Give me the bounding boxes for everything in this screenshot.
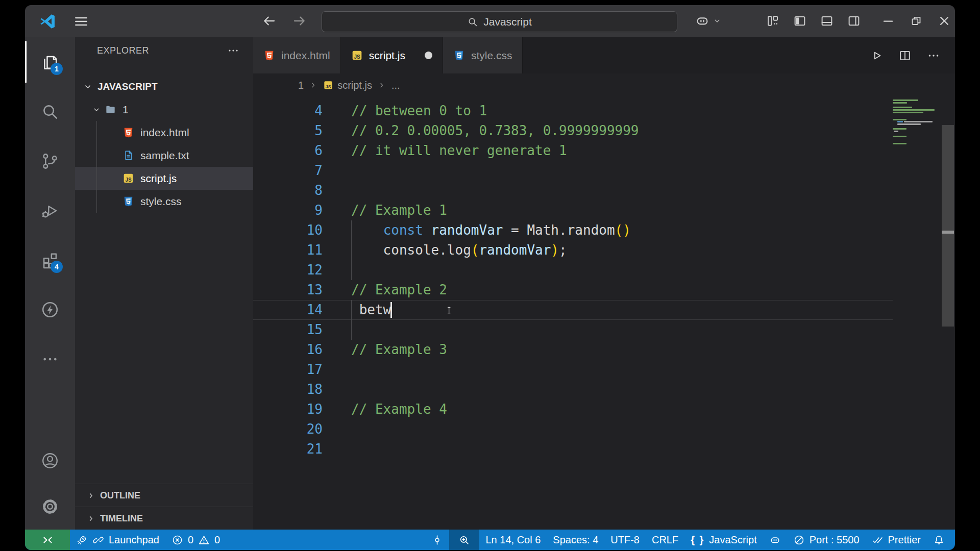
activity-bar-spacer bbox=[25, 384, 75, 438]
status-prettier[interactable]: Prettier bbox=[866, 530, 927, 550]
file-tree: 1index.htmlsample.txtJSscript.jsstyle.cs… bbox=[75, 98, 253, 213]
editor-group: index.htmlJSscript.jsstyle.css 1JSscript… bbox=[253, 37, 955, 530]
js-icon: JS bbox=[351, 49, 363, 61]
search-input[interactable]: Javascript bbox=[322, 11, 677, 32]
activity-bar-more-actions[interactable] bbox=[25, 334, 75, 384]
sidebar-more-actions-icon[interactable] bbox=[227, 44, 240, 57]
back-icon[interactable] bbox=[261, 13, 277, 29]
forward-icon[interactable] bbox=[291, 13, 308, 29]
status-cursor-position[interactable]: Ln 14, Col 6 bbox=[479, 530, 547, 550]
code-line-20[interactable]: 20 bbox=[253, 419, 893, 439]
status-eol[interactable]: CRLF bbox=[646, 530, 684, 550]
breadcrumb-item[interactable]: JSscript.js bbox=[323, 80, 372, 91]
js-icon: JS bbox=[323, 80, 333, 90]
breadcrumb-item[interactable]: ... bbox=[391, 80, 400, 91]
activity-bar-extensions[interactable]: 4 bbox=[25, 235, 75, 285]
status-label: Prettier bbox=[888, 534, 921, 546]
folder-1[interactable]: 1 bbox=[75, 98, 253, 121]
minimize-icon[interactable] bbox=[880, 13, 896, 29]
code-line-8[interactable]: 8 bbox=[253, 181, 893, 201]
code-text: // it will never generate 1 bbox=[323, 141, 567, 161]
chevron-down-icon bbox=[82, 81, 93, 92]
line-number: 6 bbox=[253, 141, 323, 161]
activity-bar-accounts[interactable] bbox=[25, 438, 75, 484]
file-sample.txt[interactable]: sample.txt bbox=[75, 144, 253, 167]
tree-item-label: sample.txt bbox=[140, 149, 189, 162]
code-line-18[interactable]: 18 bbox=[253, 380, 893, 399]
status-port[interactable]: Port : 5500 bbox=[787, 530, 866, 550]
breadcrumb-label: ... bbox=[391, 80, 400, 91]
status-encoding[interactable]: UTF-8 bbox=[604, 530, 646, 550]
sidebar-panel-timeline[interactable]: TIMELINE bbox=[75, 507, 253, 530]
code-text bbox=[323, 181, 351, 201]
layout-controls bbox=[765, 13, 862, 29]
code-line-9[interactable]: 9// Example 1 bbox=[253, 201, 893, 220]
status-notifications[interactable] bbox=[927, 530, 955, 550]
toggle-secondary-sidebar-icon[interactable] bbox=[846, 13, 862, 29]
tab-script.js[interactable]: JSscript.js bbox=[341, 37, 443, 73]
sidebar-panel-outline[interactable]: OUTLINE bbox=[75, 484, 253, 507]
code-line-21[interactable]: 21 bbox=[253, 439, 893, 459]
activity-bar-thunder-client[interactable] bbox=[25, 285, 75, 334]
code-line-14[interactable]: 14 betw bbox=[253, 300, 893, 320]
tab-index.html[interactable]: index.html bbox=[253, 37, 341, 73]
chevron-right-icon bbox=[309, 81, 318, 90]
breadcrumb-item[interactable]: 1 bbox=[298, 80, 304, 91]
tree-item-label: index.html bbox=[140, 127, 189, 139]
code-text: console.log(randomVar); bbox=[323, 240, 567, 260]
chevron-right-icon bbox=[86, 514, 96, 523]
status-language[interactable]: { }JavaScript bbox=[684, 530, 763, 550]
status-copilot[interactable] bbox=[763, 530, 787, 550]
line-number: 21 bbox=[253, 439, 323, 459]
file-style.css[interactable]: style.css bbox=[75, 190, 253, 213]
workspace-section[interactable]: JAVASCRIPT bbox=[75, 76, 253, 98]
code-line-7[interactable]: 7 bbox=[253, 161, 893, 181]
vertical-scrollbar[interactable] bbox=[941, 97, 955, 530]
code-text: // 0.2 0.00005, 0.7383, 0.9999999999 bbox=[323, 121, 639, 141]
split-editor-icon[interactable] bbox=[898, 48, 912, 63]
code-line-13[interactable]: 13// Example 2 bbox=[253, 280, 893, 300]
code-line-11[interactable]: 11 console.log(randomVar); bbox=[253, 240, 893, 260]
status-label: Port : 5500 bbox=[810, 534, 860, 546]
minimap[interactable] bbox=[893, 99, 936, 530]
code-line-10[interactable]: 10 const randomVar = Math.random() bbox=[253, 220, 893, 240]
code-editor[interactable]: 4// between 0 to 15// 0.2 0.00005, 0.738… bbox=[253, 97, 955, 530]
scrollbar-thumb[interactable] bbox=[942, 125, 954, 327]
customize-layout-icon[interactable] bbox=[765, 13, 780, 29]
file-script.js[interactable]: JSscript.js bbox=[75, 167, 253, 190]
copilot-icon bbox=[695, 13, 710, 29]
code-line-19[interactable]: 19// Example 4 bbox=[253, 399, 893, 419]
status-zoom[interactable] bbox=[449, 530, 479, 550]
restore-icon[interactable] bbox=[909, 13, 924, 29]
search-icon bbox=[40, 102, 60, 121]
code-line-4[interactable]: 4// between 0 to 1 bbox=[253, 101, 893, 121]
file-index.html[interactable]: index.html bbox=[75, 121, 253, 144]
status-commit[interactable] bbox=[425, 530, 449, 550]
tab-style.css[interactable]: style.css bbox=[443, 37, 523, 73]
status-remote[interactable] bbox=[25, 530, 70, 550]
status-launchpad[interactable]: Launchpad bbox=[70, 530, 165, 550]
activity-bar-run-and-debug[interactable] bbox=[25, 186, 75, 235]
code-text bbox=[323, 320, 351, 340]
menu-icon[interactable] bbox=[73, 13, 89, 30]
code-line-16[interactable]: 16// Example 3 bbox=[253, 340, 893, 360]
more-icon[interactable] bbox=[926, 48, 941, 63]
code-text bbox=[323, 419, 351, 439]
toggle-panel-icon[interactable] bbox=[819, 13, 835, 29]
code-line-15[interactable]: 15 bbox=[253, 320, 893, 340]
close-icon[interactable] bbox=[937, 13, 952, 29]
copilot-menu[interactable] bbox=[695, 13, 722, 29]
toggle-sidebar-icon[interactable] bbox=[792, 13, 807, 29]
run-icon[interactable] bbox=[869, 48, 884, 63]
status-value: 0 bbox=[214, 534, 220, 546]
code-line-6[interactable]: 6// it will never generate 1 bbox=[253, 141, 893, 161]
activity-bar-source-control[interactable] bbox=[25, 136, 75, 186]
code-line-5[interactable]: 5// 0.2 0.00005, 0.7383, 0.9999999999 bbox=[253, 121, 893, 141]
activity-bar-explorer[interactable]: 1 bbox=[25, 37, 75, 87]
status-problems[interactable]: 00 bbox=[165, 530, 226, 550]
code-line-12[interactable]: 12 bbox=[253, 260, 893, 280]
code-line-17[interactable]: 17 bbox=[253, 360, 893, 380]
activity-bar-search[interactable] bbox=[25, 87, 75, 136]
activity-bar-settings[interactable] bbox=[25, 484, 75, 530]
status-indentation[interactable]: Spaces: 4 bbox=[547, 530, 604, 550]
